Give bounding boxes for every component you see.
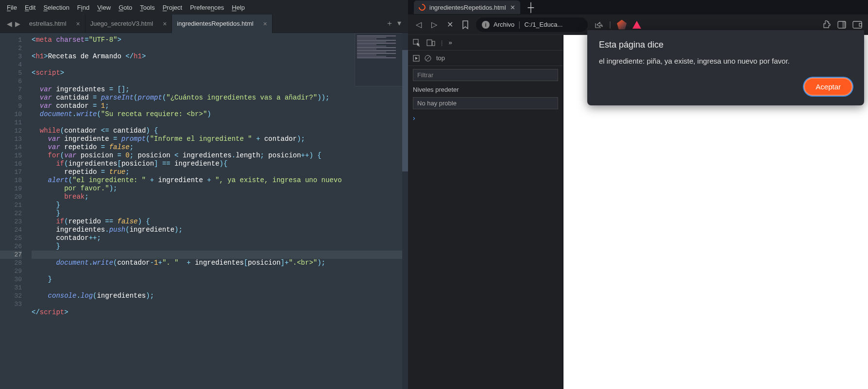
info-icon[interactable]: i — [482, 21, 490, 29]
addr-path: C:/1_Educa... — [525, 21, 563, 28]
minimap[interactable] — [355, 33, 408, 86]
inspect-icon[interactable] — [413, 39, 421, 47]
device-icon[interactable] — [426, 39, 435, 46]
separator: | — [441, 39, 443, 46]
block-icon[interactable] — [425, 55, 431, 62]
close-icon[interactable]: ✕ — [510, 4, 515, 11]
back-icon[interactable]: ◁ — [414, 20, 424, 30]
svg-rect-6 — [432, 41, 435, 46]
forward-icon[interactable]: ▷ — [429, 20, 439, 30]
alert-dialog: Esta página dice el ingrediente: piña, y… — [587, 30, 864, 105]
share-icon[interactable] — [594, 20, 603, 30]
close-icon[interactable]: × — [163, 20, 167, 28]
browser-tabstrip: ingredientesRepetidos.html ✕ ┼ — [408, 0, 868, 15]
tab-label: Juego_secretoV3.html — [90, 20, 153, 27]
svg-rect-1 — [842, 21, 846, 28]
separator: | — [609, 20, 611, 29]
play-icon[interactable] — [413, 55, 420, 62]
wallet-icon[interactable] — [852, 20, 862, 30]
menu-help[interactable]: Help — [228, 4, 249, 11]
devtools: | » top Filtrar Niveles predeter No hay … — [408, 35, 563, 389]
tabbar: ◀ ▶ estrellas.html × Juego_secretoV3.htm… — [0, 15, 408, 33]
console-prompt[interactable]: › — [408, 111, 563, 125]
code-area[interactable]: 1234567891011121314151617181920212223242… — [0, 33, 408, 389]
dialog-message: el ingrediente: piña, ya existe, ingresa… — [599, 57, 852, 65]
address-bar[interactable]: i Archivo | C:/1_Educa... — [476, 17, 588, 32]
code-content[interactable]: <meta charset="UTF-8"> <h1>Recetas de Ar… — [27, 33, 408, 389]
devtools-toolbar: | » — [408, 35, 563, 51]
menubar: File Edit Selection Find View Goto Tools… — [0, 0, 408, 15]
problems-label[interactable]: No hay proble — [413, 97, 558, 109]
dialog-title: Esta página dice — [599, 40, 852, 50]
close-icon[interactable]: × — [263, 20, 267, 28]
tab-ingredientes[interactable]: ingredientesRepetidos.html × — [172, 15, 272, 33]
context-top[interactable]: top — [436, 54, 445, 62]
more-icon[interactable]: » — [448, 39, 452, 46]
dropdown-icon[interactable]: ▾ — [397, 18, 401, 29]
add-tab-icon[interactable]: ＋ — [386, 18, 393, 29]
menu-tools[interactable]: Tools — [136, 4, 158, 11]
sidebar-icon[interactable] — [837, 20, 847, 30]
menu-goto[interactable]: Goto — [115, 4, 136, 11]
menu-file[interactable]: File — [3, 4, 21, 11]
menu-find[interactable]: Find — [73, 4, 93, 11]
bookmark-icon[interactable] — [460, 20, 470, 30]
svg-line-9 — [426, 56, 430, 60]
tab-label: estrellas.html — [29, 20, 67, 27]
nav-prev-icon[interactable]: ◀ — [7, 20, 12, 28]
loading-icon — [417, 2, 427, 12]
addr-label: Archivo — [494, 21, 514, 28]
gutter: 1234567891011121314151617181920212223242… — [0, 33, 27, 389]
tab-label: ingredientesRepetidos.html — [177, 20, 254, 27]
brave-rewards-icon[interactable] — [632, 21, 641, 29]
extensions-icon[interactable] — [821, 20, 831, 30]
accept-button[interactable]: Aceptar — [804, 78, 852, 96]
tab-juego-secreto[interactable]: Juego_secretoV3.html × — [85, 15, 172, 33]
editor-pane: File Edit Selection Find View Goto Tools… — [0, 0, 408, 389]
menu-view[interactable]: View — [93, 4, 115, 11]
add-tab-icon[interactable]: ┼ — [528, 2, 534, 13]
close-icon[interactable]: × — [76, 20, 80, 28]
devtools-toolbar-2: top — [408, 51, 563, 66]
filter-input[interactable]: Filtrar — [413, 69, 558, 81]
menu-edit[interactable]: Edit — [21, 4, 39, 11]
separator: | — [518, 20, 520, 29]
menu-preferences[interactable]: Preferences — [186, 4, 228, 11]
browser-tab[interactable]: ingredientesRepetidos.html ✕ — [414, 0, 520, 14]
svg-rect-3 — [859, 23, 862, 26]
svg-rect-2 — [853, 21, 862, 28]
levels-label[interactable]: Niveles predeter — [408, 84, 563, 95]
menu-selection[interactable]: Selection — [39, 4, 73, 11]
browser-tab-title: ingredientesRepetidos.html — [429, 4, 506, 11]
scrollbar-thumb[interactable] — [402, 50, 408, 171]
brave-shields-icon[interactable] — [617, 20, 627, 30]
browser-pane: ingredientesRepetidos.html ✕ ┼ ◁ ▷ ✕ i A… — [408, 0, 868, 389]
stop-icon[interactable]: ✕ — [445, 20, 455, 30]
scrollbar[interactable] — [402, 33, 408, 389]
menu-project[interactable]: Project — [159, 4, 186, 11]
tab-estrellas[interactable]: estrellas.html × — [24, 15, 85, 33]
svg-rect-5 — [427, 40, 432, 46]
nav-next-icon[interactable]: ▶ — [15, 20, 20, 28]
